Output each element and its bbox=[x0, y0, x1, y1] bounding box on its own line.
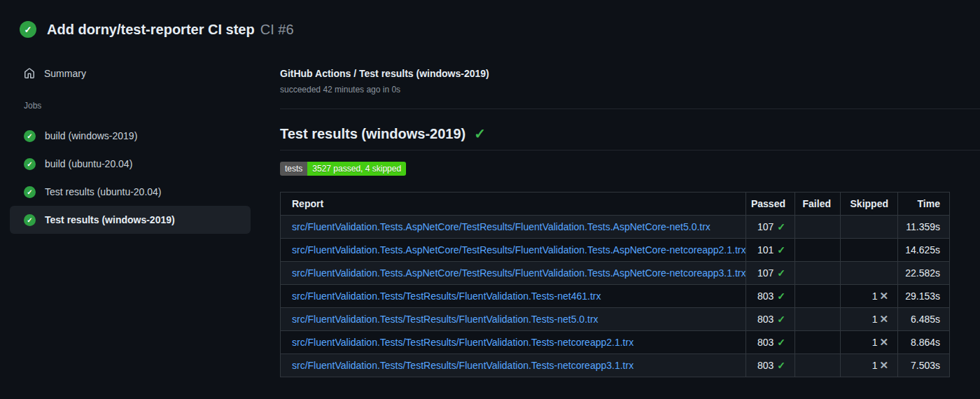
passed-count: 803 bbox=[757, 337, 774, 348]
run-number: CI #6 bbox=[260, 22, 294, 38]
passed-cell: 803✓ bbox=[746, 285, 795, 308]
sidebar-item-summary[interactable]: Summary bbox=[0, 62, 260, 85]
skipped-cell: 1✕ bbox=[841, 354, 898, 377]
table-row: src/FluentValidation.Tests/TestResults/F… bbox=[281, 354, 950, 377]
passed-cell: 101✓ bbox=[746, 239, 795, 262]
job-success-check-icon: ✓ bbox=[24, 130, 36, 142]
job-success-check-icon: ✓ bbox=[24, 158, 36, 170]
passed-cell: 803✓ bbox=[746, 354, 795, 377]
results-table-head: ReportPassedFailedSkippedTime bbox=[281, 192, 950, 216]
job-success-check-icon: ✓ bbox=[24, 214, 36, 226]
skipped-x-icon: ✕ bbox=[879, 313, 888, 325]
failed-cell bbox=[795, 331, 841, 354]
table-row: src/FluentValidation.Tests/TestResults/F… bbox=[281, 285, 950, 308]
tests-badge-value: 3527 passed, 4 skipped bbox=[307, 162, 406, 176]
passed-check-icon: ✓ bbox=[777, 244, 785, 255]
sidebar-jobs-heading: Jobs bbox=[24, 101, 260, 112]
skipped-cell: 1✕ bbox=[841, 331, 898, 354]
failed-cell bbox=[795, 262, 841, 285]
section-heading: Test results (windows-2019) ✓ bbox=[280, 125, 980, 142]
check-run-title: GitHub Actions / Test results (windows-2… bbox=[280, 67, 980, 80]
skipped-count: 1 bbox=[872, 337, 878, 348]
skipped-count: 1 bbox=[872, 314, 878, 325]
time-cell: 29.153s bbox=[898, 285, 950, 308]
report-link[interactable]: src/FluentValidation.Tests/TestResults/F… bbox=[292, 314, 598, 325]
table-row: src/FluentValidation.Tests.AspNetCore/Te… bbox=[281, 216, 950, 239]
job-success-check-icon: ✓ bbox=[24, 186, 36, 198]
passed-count: 803 bbox=[757, 314, 774, 325]
check-run-status: succeeded 42 minutes ago in 0s bbox=[280, 85, 980, 94]
sidebar-job-build-windows-2019[interactable]: ✓ build (windows-2019) bbox=[10, 122, 251, 150]
home-icon bbox=[24, 68, 35, 79]
passed-check-icon: ✓ bbox=[777, 360, 785, 371]
table-row: src/FluentValidation.Tests/TestResults/F… bbox=[281, 308, 950, 331]
report-cell: src/FluentValidation.Tests/TestResults/F… bbox=[281, 285, 746, 308]
sidebar-job-build-ubuntu-2004[interactable]: ✓ build (ubuntu-20.04) bbox=[10, 150, 251, 178]
divider bbox=[280, 108, 980, 109]
divider bbox=[280, 150, 980, 150]
column-header-passed: Passed bbox=[746, 192, 795, 216]
report-link[interactable]: src/FluentValidation.Tests/TestResults/F… bbox=[292, 360, 634, 371]
passed-check-icon: ✓ bbox=[777, 337, 785, 348]
job-label: build (ubuntu-20.04) bbox=[45, 158, 132, 169]
time-cell: 7.503s bbox=[898, 354, 950, 377]
passed-cell: 107✓ bbox=[746, 262, 795, 285]
column-header-report: Report bbox=[281, 192, 746, 216]
passed-check-icon: ✓ bbox=[777, 221, 785, 232]
section-success-check-icon: ✓ bbox=[474, 125, 486, 142]
passed-count: 803 bbox=[757, 290, 774, 302]
time-cell: 22.582s bbox=[898, 262, 950, 285]
sidebar: Summary Jobs ✓ build (windows-2019) ✓ bu… bbox=[0, 62, 260, 234]
failed-cell bbox=[795, 216, 841, 239]
passed-check-icon: ✓ bbox=[777, 267, 785, 279]
tests-badge-label: tests bbox=[280, 162, 307, 176]
main-content: GitHub Actions / Test results (windows-2… bbox=[280, 67, 980, 377]
passed-count: 803 bbox=[757, 360, 774, 371]
sidebar-jobs-list: ✓ build (windows-2019) ✓ build (ubuntu-2… bbox=[0, 122, 260, 234]
table-row: src/FluentValidation.Tests.AspNetCore/Te… bbox=[281, 239, 950, 262]
column-header-time: Time bbox=[898, 192, 950, 216]
skipped-x-icon: ✕ bbox=[879, 290, 888, 302]
failed-cell bbox=[795, 308, 841, 331]
time-cell: 14.625s bbox=[898, 239, 950, 262]
tests-badge: tests 3527 passed, 4 skipped bbox=[280, 162, 406, 176]
report-cell: src/FluentValidation.Tests/TestResults/F… bbox=[281, 354, 746, 377]
skipped-count: 1 bbox=[872, 360, 878, 371]
skipped-cell bbox=[841, 262, 898, 285]
failed-cell bbox=[795, 239, 841, 262]
failed-cell bbox=[795, 285, 841, 308]
results-table-body: src/FluentValidation.Tests.AspNetCore/Te… bbox=[281, 216, 950, 377]
sidebar-summary-label: Summary bbox=[44, 68, 86, 79]
skipped-cell bbox=[841, 239, 898, 262]
job-label: Test results (ubuntu-20.04) bbox=[45, 186, 162, 197]
skipped-count: 1 bbox=[872, 290, 878, 302]
skipped-x-icon: ✕ bbox=[879, 359, 888, 371]
passed-cell: 107✓ bbox=[746, 216, 795, 239]
job-label: build (windows-2019) bbox=[45, 130, 137, 141]
passed-check-icon: ✓ bbox=[777, 314, 785, 325]
run-title: Add dorny/test-reporter CI step bbox=[47, 22, 255, 38]
run-success-check-icon: ✓ bbox=[20, 21, 36, 38]
report-link[interactable]: src/FluentValidation.Tests.AspNetCore/Te… bbox=[292, 244, 746, 255]
table-row: src/FluentValidation.Tests.AspNetCore/Te… bbox=[281, 262, 950, 285]
job-label: Test results (windows-2019) bbox=[45, 214, 175, 225]
report-link[interactable]: src/FluentValidation.Tests/TestResults/F… bbox=[292, 337, 634, 348]
passed-check-icon: ✓ bbox=[777, 290, 785, 302]
results-table: ReportPassedFailedSkippedTime src/Fluent… bbox=[280, 192, 950, 377]
skipped-cell: 1✕ bbox=[841, 285, 898, 308]
skipped-cell: 1✕ bbox=[841, 308, 898, 331]
report-cell: src/FluentValidation.Tests.AspNetCore/Te… bbox=[281, 239, 746, 262]
column-header-skipped: Skipped bbox=[841, 192, 898, 216]
report-link[interactable]: src/FluentValidation.Tests.AspNetCore/Te… bbox=[292, 267, 746, 279]
passed-cell: 803✓ bbox=[746, 308, 795, 331]
section-title: Test results (windows-2019) bbox=[280, 126, 465, 142]
passed-count: 101 bbox=[757, 244, 774, 255]
report-cell: src/FluentValidation.Tests/TestResults/F… bbox=[281, 331, 746, 354]
sidebar-job-test-results-windows-2019[interactable]: ✓ Test results (windows-2019) bbox=[10, 206, 251, 234]
report-link[interactable]: src/FluentValidation.Tests.AspNetCore/Te… bbox=[292, 221, 710, 232]
report-link[interactable]: src/FluentValidation.Tests/TestResults/F… bbox=[292, 290, 601, 302]
report-cell: src/FluentValidation.Tests/TestResults/F… bbox=[281, 308, 746, 331]
passed-count: 107 bbox=[757, 221, 774, 232]
skipped-x-icon: ✕ bbox=[879, 336, 888, 348]
sidebar-job-test-results-ubuntu-2004[interactable]: ✓ Test results (ubuntu-20.04) bbox=[10, 178, 251, 206]
